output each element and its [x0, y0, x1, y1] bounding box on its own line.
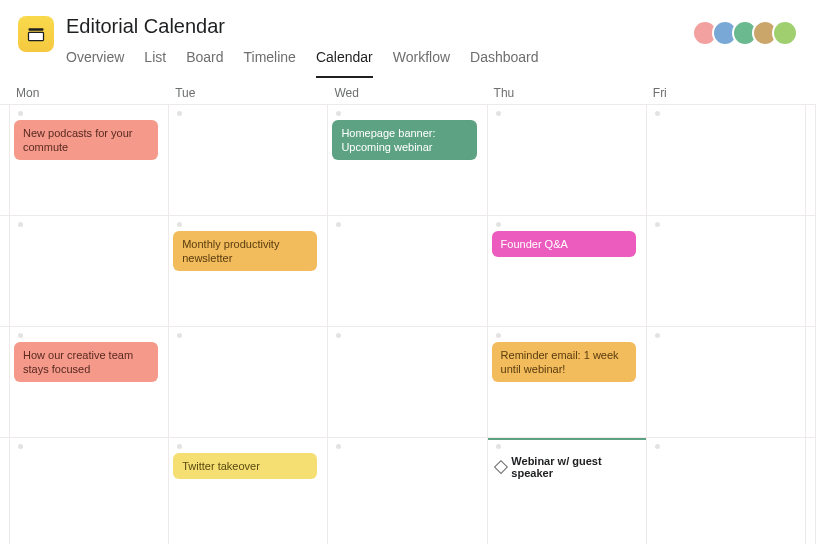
- diamond-icon: [493, 460, 507, 474]
- view-tabs: OverviewListBoardTimelineCalendarWorkflo…: [66, 44, 539, 78]
- calendar-cell[interactable]: Reminder email: 1 week until webinar!: [488, 327, 647, 438]
- tab-calendar[interactable]: Calendar: [316, 44, 373, 78]
- date-dot: [177, 222, 182, 227]
- date-dot: [177, 111, 182, 116]
- day-header: Fri: [647, 86, 806, 100]
- calendar-cell[interactable]: [0, 327, 10, 438]
- header: Editorial Calendar OverviewListBoardTime…: [0, 0, 816, 78]
- calendar-cell[interactable]: [647, 438, 806, 544]
- avatar[interactable]: [772, 20, 798, 46]
- calendar-milestone[interactable]: Webinar w/ guest speaker: [492, 455, 642, 479]
- calendar-icon: [26, 24, 46, 44]
- calendar-event[interactable]: Homepage banner: Upcoming webinar: [332, 120, 476, 160]
- day-header: Thu: [488, 86, 647, 100]
- calendar-cell[interactable]: New podcasts for your commute: [10, 105, 169, 216]
- date-dot: [496, 333, 501, 338]
- date-dot: [496, 444, 501, 449]
- calendar-cell[interactable]: [328, 438, 487, 544]
- calendar-cell[interactable]: [488, 105, 647, 216]
- calendar-cell[interactable]: [328, 327, 487, 438]
- calendar-cell[interactable]: How our creative team stays focused: [10, 327, 169, 438]
- day-header: Wed: [328, 86, 487, 100]
- calendar-cell[interactable]: [806, 327, 816, 438]
- calendar-event[interactable]: New podcasts for your commute: [14, 120, 158, 160]
- date-dot: [496, 111, 501, 116]
- calendar-event[interactable]: Monthly productivity newsletter: [173, 231, 317, 271]
- tab-workflow[interactable]: Workflow: [393, 44, 450, 78]
- tab-overview[interactable]: Overview: [66, 44, 124, 78]
- date-dot: [336, 222, 341, 227]
- calendar-grid: New podcasts for your commuteHomepage ba…: [0, 104, 816, 544]
- calendar-cell[interactable]: [10, 438, 169, 544]
- date-dot: [655, 333, 660, 338]
- milestone-label: Webinar w/ guest speaker: [511, 455, 641, 479]
- calendar-cell[interactable]: [169, 105, 328, 216]
- calendar-cell[interactable]: Twitter takeover: [169, 438, 328, 544]
- calendar-cell[interactable]: [10, 216, 169, 327]
- date-dot: [18, 444, 23, 449]
- calendar-cell[interactable]: [647, 216, 806, 327]
- calendar-cell[interactable]: Founder Q&A: [488, 216, 647, 327]
- svg-rect-0: [29, 28, 44, 31]
- member-avatars[interactable]: [698, 20, 798, 46]
- day-header: Mon: [10, 86, 169, 100]
- calendar-cell[interactable]: Webinar w/ guest speaker: [488, 438, 647, 544]
- page-title: Editorial Calendar: [66, 14, 539, 38]
- calendar-event[interactable]: Reminder email: 1 week until webinar!: [492, 342, 636, 382]
- calendar-event[interactable]: Twitter takeover: [173, 453, 317, 479]
- svg-rect-1: [29, 32, 44, 40]
- calendar-event[interactable]: How our creative team stays focused: [14, 342, 158, 382]
- milestone-bar: [488, 438, 646, 440]
- calendar-cell[interactable]: [0, 216, 10, 327]
- date-dot: [177, 333, 182, 338]
- calendar-cell[interactable]: [0, 105, 10, 216]
- calendar-event[interactable]: Founder Q&A: [492, 231, 636, 257]
- calendar-cell[interactable]: [0, 438, 10, 544]
- date-dot: [655, 444, 660, 449]
- date-dot: [18, 222, 23, 227]
- date-dot: [655, 222, 660, 227]
- date-dot: [177, 444, 182, 449]
- calendar-cell[interactable]: [169, 327, 328, 438]
- date-dot: [336, 111, 341, 116]
- calendar-cell[interactable]: [328, 216, 487, 327]
- date-dot: [336, 444, 341, 449]
- date-dot: [18, 333, 23, 338]
- calendar-cell[interactable]: [647, 105, 806, 216]
- calendar-cell[interactable]: Monthly productivity newsletter: [169, 216, 328, 327]
- day-header: Tue: [169, 86, 328, 100]
- date-dot: [18, 111, 23, 116]
- calendar-cell[interactable]: [806, 216, 816, 327]
- tab-list[interactable]: List: [144, 44, 166, 78]
- calendar-cell[interactable]: Homepage banner: Upcoming webinar: [328, 105, 487, 216]
- calendar-cell[interactable]: [806, 105, 816, 216]
- calendar-cell[interactable]: [647, 327, 806, 438]
- project-icon: [18, 16, 54, 52]
- date-dot: [336, 333, 341, 338]
- date-dot: [496, 222, 501, 227]
- tab-timeline[interactable]: Timeline: [244, 44, 296, 78]
- tab-dashboard[interactable]: Dashboard: [470, 44, 539, 78]
- date-dot: [655, 111, 660, 116]
- day-headers: MonTueWedThuFri: [0, 82, 816, 104]
- calendar-cell[interactable]: [806, 438, 816, 544]
- tab-board[interactable]: Board: [186, 44, 223, 78]
